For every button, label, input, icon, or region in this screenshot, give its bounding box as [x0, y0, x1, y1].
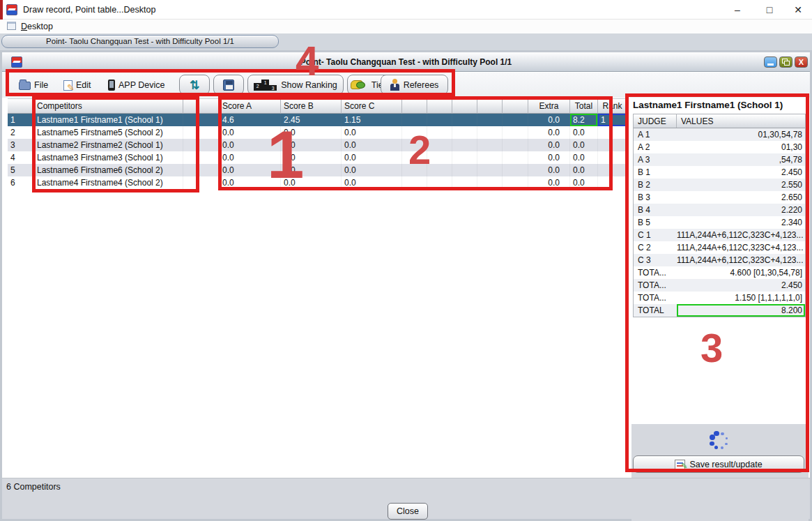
spacer-cell	[402, 114, 427, 126]
judge-label-cell: B 4	[634, 204, 677, 216]
score-c-cell: 0.0	[342, 176, 402, 189]
spacer-cell	[183, 139, 220, 151]
window-menu-icon[interactable]	[7, 22, 16, 30]
file-menu-button[interactable]: File	[19, 77, 48, 93]
tie-match-icon	[351, 79, 367, 91]
frame-restore-button[interactable]	[779, 56, 792, 68]
save-result-button[interactable]: Save result/update	[633, 455, 804, 473]
rank-cell: 1	[598, 114, 627, 126]
score-c-cell: 0.0	[342, 151, 402, 164]
column-header-total[interactable]: Total	[570, 98, 598, 114]
spacer-cell	[477, 176, 503, 189]
judge-row[interactable]: A 3,54,78	[634, 153, 805, 166]
judge-column-header[interactable]: JUDGE	[634, 114, 677, 128]
close-dialog-button[interactable]: Close	[388, 503, 428, 520]
spacer-cell	[427, 151, 452, 164]
spacer-cell	[452, 176, 477, 189]
score-c-cell: 0.0	[342, 164, 402, 176]
column-header-blank-2[interactable]	[183, 98, 220, 114]
judge-row[interactable]: A 201,30	[634, 141, 805, 153]
judge-row[interactable]: B 32.650	[634, 191, 805, 204]
spacer-cell	[183, 176, 220, 189]
extra-cell: 0.0	[528, 114, 570, 126]
column-header-competitors[interactable]: Competitors	[34, 98, 183, 114]
judge-label-cell: B 1	[634, 166, 677, 179]
show-ranking-button[interactable]: 213 Show Ranking	[247, 75, 344, 95]
spacer-cell	[452, 114, 477, 126]
extra-cell: 0.0	[528, 139, 570, 151]
judge-row[interactable]: B 42.220	[634, 204, 805, 216]
column-header-blank-9[interactable]	[477, 98, 503, 114]
referees-label: Referees	[404, 80, 439, 90]
column-header-score-c[interactable]: Score C	[342, 98, 402, 114]
menubar: Desktop	[0, 20, 812, 33]
judge-row[interactable]: B 22.550	[634, 179, 805, 191]
competitor-row[interactable]: 3Lastname2 Firstname2 (School 1)0.00.00.…	[8, 139, 627, 151]
judge-value-cell: 01,30	[677, 141, 805, 153]
edit-menu-button[interactable]: ✎ Edit	[63, 77, 91, 93]
column-header-score-a[interactable]: Score A	[220, 98, 281, 114]
judge-row[interactable]: TOTA...4.600 [01,30,54,78]	[634, 266, 805, 279]
competitor-row[interactable]: 4Lastname3 Firstname3 (School 1)0.00.00.…	[8, 151, 627, 164]
competitor-row[interactable]: 1Lastname1 Firstname1 (School 1)4.62.451…	[8, 114, 627, 126]
frame-close-button[interactable]: X	[795, 56, 808, 68]
values-column-header[interactable]: VALUES	[677, 114, 805, 128]
app-icon	[6, 4, 17, 15]
judge-row[interactable]: C 2111A,244A+6,112C,323C+4,123...	[634, 241, 805, 254]
competitor-name-cell: Lastname2 Firstname2 (School 1)	[34, 139, 183, 151]
app-device-button[interactable]: APP Device	[108, 77, 164, 93]
score-b-cell: 2.45	[281, 114, 342, 126]
column-header-blank-0[interactable]	[8, 98, 34, 114]
competitor-row[interactable]: 5Lastname6 Firstname6 (School 2)0.00.00.…	[8, 164, 627, 176]
close-button[interactable]: ✕	[788, 3, 809, 17]
rank-cell	[598, 176, 627, 189]
spacer-cell	[402, 176, 427, 189]
app-device-label: APP Device	[118, 80, 164, 90]
frame-minimize-button[interactable]	[764, 56, 777, 68]
competitor-row[interactable]: 2Lastname5 Firstname5 (School 2)0.00.00.…	[8, 126, 627, 139]
save-button[interactable]	[213, 75, 244, 95]
column-header-rank[interactable]: Rank	[598, 98, 627, 114]
judge-row[interactable]: TOTA...1.150 [1,1,1,1,1,0]	[634, 292, 805, 304]
column-header-score-b[interactable]: Score B	[281, 98, 342, 114]
judge-row[interactable]: TOTAL8.200	[634, 304, 805, 317]
judge-row[interactable]: TOTA...2.450	[634, 279, 805, 292]
spacer-cell	[477, 164, 503, 176]
judge-table-header: JUDGEVALUES	[634, 114, 805, 128]
judge-label-cell: B 3	[634, 191, 677, 204]
judge-value-cell: 01,30,54,78	[677, 128, 805, 141]
row-number-cell: 1	[8, 114, 34, 126]
judge-value-cell: ,54,78	[677, 153, 805, 166]
judge-row[interactable]: A 101,30,54,78	[634, 128, 805, 141]
column-header-extra[interactable]: Extra	[528, 98, 570, 114]
refresh-button[interactable]: ⇄	[179, 75, 210, 95]
file-label: File	[34, 80, 48, 90]
judge-row[interactable]: B 12.450	[634, 166, 805, 179]
screen-edge-artifact	[0, 0, 3, 20]
spacer-cell	[427, 114, 452, 126]
judge-row[interactable]: C 3111A,244A+6,112C,323C+4,123...	[634, 254, 805, 266]
desktop-tab-point-taolu[interactable]: Point- Taolu Changquan Test - with Diffi…	[1, 35, 279, 48]
judge-row[interactable]: C 1111A,244A+6,112C,323C+4,123...	[634, 229, 805, 241]
internal-frame-titlebar: Point- Taolu Changquan Test - with Diffi…	[2, 52, 810, 72]
minimize-button[interactable]: –	[727, 3, 748, 17]
column-header-blank-8[interactable]	[452, 98, 477, 114]
column-header-blank-6[interactable]	[402, 98, 427, 114]
judge-value-cell: 111A,244A+6,112C,323C+4,123...	[677, 254, 805, 266]
judge-value-cell: 1.150 [1,1,1,1,1,0]	[677, 292, 805, 304]
column-header-blank-10[interactable]	[503, 98, 528, 114]
column-header-blank-7[interactable]	[427, 98, 452, 114]
competitor-row[interactable]: 6Lastname4 Firstname4 (School 2)0.00.00.…	[8, 176, 627, 189]
score-b-cell: 0.0	[281, 176, 342, 189]
referees-button[interactable]: Referees	[381, 75, 448, 95]
judge-row[interactable]: B 52.340	[634, 216, 805, 229]
menu-desktop[interactable]: Desktop	[21, 22, 53, 31]
maximize-button[interactable]: □	[759, 3, 780, 17]
judge-value-cell: 111A,244A+6,112C,323C+4,123...	[677, 241, 805, 254]
floppy-disk-icon	[223, 80, 234, 91]
extra-cell: 0.0	[528, 151, 570, 164]
row-number-cell: 5	[8, 164, 34, 176]
toolbar: File ✎ Edit APP Device ⇄ 213 Show Rankin…	[2, 73, 810, 98]
judge-value-cell: 2.340	[677, 216, 805, 229]
rank-cell	[598, 151, 627, 164]
